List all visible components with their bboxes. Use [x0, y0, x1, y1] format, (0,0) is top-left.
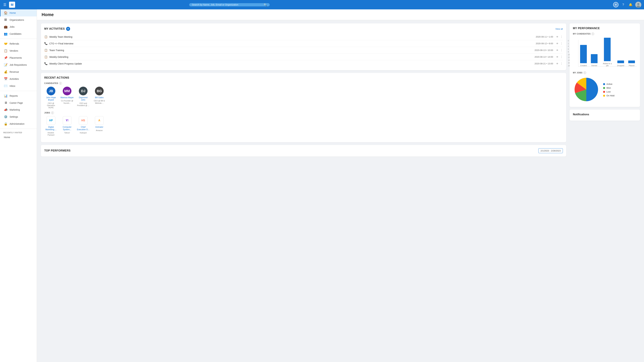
- activity-eye-icon[interactable]: 👁: [556, 49, 558, 52]
- my-candidates-label: MY CANDIDATES i: [573, 32, 636, 35]
- search-input[interactable]: [192, 3, 262, 6]
- job-item[interactable]: Y! Computer System... Yahoo!: [60, 116, 74, 136]
- sidebar-item-revenue[interactable]: 💰Revenue: [0, 68, 37, 75]
- activity-date: 2020-08-13 • 10:00: [534, 49, 553, 51]
- activity-row[interactable]: 📞 CTO <> Final Interview 2020-08-12 • 9:…: [44, 40, 563, 47]
- legend-item-won: Won: [603, 87, 614, 89]
- candidate-avatar: JB: [46, 87, 55, 95]
- y-axis-tick: 18: [568, 65, 570, 67]
- sidebar-label-jobs: Jobs: [10, 25, 14, 28]
- activity-eye-icon[interactable]: 👁: [556, 35, 558, 38]
- candidate-item[interactable]: MM Marissa Mayer Co-Founder @ Sunshi...: [60, 87, 74, 109]
- my-performance-card: MY PERFORMANCE MY CANDIDATES i 181614121…: [570, 23, 640, 107]
- legend-label: On Hold: [606, 94, 614, 97]
- candidates-info-icon[interactable]: i: [59, 82, 62, 85]
- hamburger-menu[interactable]: ☰: [3, 2, 7, 7]
- search-bar[interactable]: 🔍: [189, 3, 270, 6]
- y-axis-tick: 12: [568, 56, 570, 58]
- add-button[interactable]: +: [613, 2, 618, 7]
- notifications-button[interactable]: 🔔: [628, 2, 633, 7]
- sidebar-item-organizations[interactable]: 🏛Organizations: [0, 16, 37, 23]
- top-navigation: ☰ M 🔍 + ? 🔔: [0, 0, 644, 9]
- pie-legend: Active Won Lost On Hold: [603, 83, 614, 97]
- activity-more-icon[interactable]: ⋮: [560, 35, 563, 38]
- sidebar-item-activities[interactable]: 📅Activities: [0, 75, 37, 82]
- activity-more-icon[interactable]: ⋮: [560, 42, 563, 45]
- add-activity-button[interactable]: +: [66, 27, 70, 31]
- sidebar-item-vendors[interactable]: 📋Vendors: [0, 47, 37, 54]
- job-sub: Yahoo!: [64, 132, 70, 134]
- y-axis-tick: 8: [568, 51, 570, 53]
- sidebar-item-reports[interactable]: 📊Reports: [0, 92, 37, 99]
- activity-name: CTO <> Final Interview: [49, 42, 534, 45]
- activity-row[interactable]: 📋 Team Training 2020-08-13 • 10:00 👁 ⋮: [44, 47, 563, 54]
- sidebar-item-career-page[interactable]: 🖥Career Page: [0, 99, 37, 106]
- sidebar-item-settings[interactable]: ⚙️Settings: [0, 113, 37, 120]
- activity-type-icon: 📋: [44, 35, 48, 38]
- sidebar-item-marketing[interactable]: 📣Marketing: [0, 106, 37, 113]
- sidebar-item-administration[interactable]: 🔒Administration: [0, 120, 37, 127]
- my-candidates-info-icon[interactable]: i: [592, 32, 594, 35]
- sidebar-label-referrals: Referrals: [10, 42, 19, 45]
- candidate-item[interactable]: BG Bill Gates CEO @ Bill & Melinda ...: [92, 87, 106, 109]
- activity-date: 2020-08-21 • 13:00: [534, 62, 553, 65]
- activity-more-icon[interactable]: ⋮: [560, 49, 563, 52]
- page-title: Home: [42, 12, 639, 17]
- y-axis-tick: 16: [568, 62, 570, 64]
- activity-date: 2020-08-12 • 9:00: [536, 42, 553, 45]
- date-range-picker[interactable]: 2/1/2023 - 2/28/2023: [538, 148, 563, 153]
- legend-item-lost: Lost: [603, 90, 614, 93]
- candidate-item[interactable]: DJ Daymond John CEO and President @ ...: [76, 87, 90, 109]
- activity-type-icon: 📋: [44, 49, 48, 52]
- activity-row[interactable]: 📋 Weekly Debriefing 2020-08-14 • 14:00 👁…: [44, 54, 563, 60]
- sidebar-item-job-requisitions[interactable]: 📝Job Requisitions: [0, 61, 37, 68]
- sidebar-item-referrals[interactable]: 🤝Referrals: [0, 40, 37, 47]
- app-logo: M: [9, 2, 15, 8]
- sidebar-item-candidates[interactable]: 👥Candidates: [0, 30, 37, 37]
- activity-row[interactable]: 📞 Weekly Client Progress Update 2020-08-…: [44, 60, 563, 67]
- candidate-name: Marissa Mayer: [60, 96, 74, 99]
- sidebar-label-administration: Administration: [10, 122, 24, 125]
- job-item[interactable]: HS Chief Executive O... Hubspot: [76, 116, 90, 136]
- activity-eye-icon[interactable]: 👁: [556, 42, 558, 45]
- activity-more-icon[interactable]: ⋮: [560, 62, 563, 65]
- candidate-avatar: MM: [63, 87, 72, 95]
- y-axis-tick: 4: [568, 45, 570, 47]
- activity-name: Weekly Client Progress Update: [49, 62, 533, 65]
- activity-type-icon: 📞: [44, 62, 48, 65]
- y-axis-tick: 6: [568, 48, 570, 50]
- candidate-item[interactable]: JB John Hope Bryant CEO @ Operation HOPE: [44, 87, 58, 109]
- candidate-sub: CEO @ Bill & Melinda ...: [92, 100, 106, 104]
- sidebar-item-jobs[interactable]: 💼Jobs: [0, 23, 37, 30]
- job-logo: A: [95, 116, 104, 125]
- notifications-card: Notifications: [570, 110, 640, 121]
- sidebar-item-placements[interactable]: 📌Placements: [0, 54, 37, 61]
- y-axis-tick: 0: [568, 40, 570, 42]
- user-avatar[interactable]: [635, 2, 641, 8]
- activity-row[interactable]: 📋 Weekly Team Meeting 2020-08-11 • 1:00 …: [44, 33, 563, 40]
- activity-eye-icon[interactable]: 👁: [556, 62, 558, 65]
- jobs-info-icon[interactable]: i: [51, 111, 54, 114]
- sidebar-label-marketing: Marketing: [10, 108, 20, 111]
- activity-more-icon[interactable]: ⋮: [560, 55, 563, 58]
- help-button[interactable]: ?: [620, 2, 626, 7]
- job-item[interactable]: HP Digital Marketing ... Hewlett-Packard: [44, 116, 58, 136]
- recently-visited-home[interactable]: Home: [0, 134, 37, 140]
- my-activities-card: MY ACTIVITIES + View all 📋 Weekly Team M…: [41, 23, 566, 70]
- sidebar-item-inbox[interactable]: ✉️Inbox: [0, 82, 37, 89]
- bar-group: Dropped: [617, 60, 624, 66]
- job-sub: Hubspot: [80, 132, 87, 134]
- view-all-activities[interactable]: View all: [555, 28, 563, 30]
- sidebar-item-home[interactable]: 🏠Home: [0, 9, 37, 16]
- activity-date: 2020-08-14 • 14:00: [534, 56, 553, 58]
- job-name: Chief Executive O...: [76, 126, 90, 131]
- job-name: Digital Marketing ...: [44, 126, 58, 131]
- my-jobs-info-icon[interactable]: i: [584, 71, 586, 74]
- sidebar-label-placements: Placements: [10, 56, 22, 59]
- sidebar-label-vendors: Vendors: [10, 49, 18, 52]
- sidebar: 🏠Home🏛Organizations💼Jobs👥Candidates🤝Refe…: [0, 9, 37, 362]
- main-content: Home MY ACTIVITIES + View all 📋 Weekly T…: [37, 9, 644, 362]
- job-item[interactable]: A Animator Amazon: [92, 116, 106, 136]
- candidate-sub: CEO and President @ ...: [76, 102, 90, 107]
- activity-eye-icon[interactable]: 👁: [556, 56, 558, 58]
